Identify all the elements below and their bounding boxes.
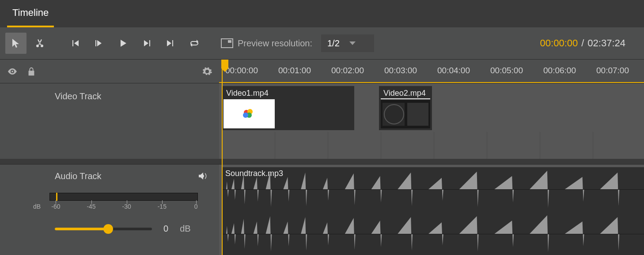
- meter-tick: -30: [122, 203, 131, 210]
- eye-icon[interactable]: [6, 66, 19, 77]
- audio-track-lane[interactable]: Soundtrack.mp3: [219, 164, 644, 255]
- frame-forward-icon: [141, 38, 152, 49]
- skip-end-icon: [165, 38, 176, 49]
- ruler-mark: 00:01:00: [278, 66, 311, 75]
- audio-meter: dB -60 -45 -30 -15 0: [49, 193, 198, 201]
- ruler-mark: 00:03:00: [384, 66, 417, 75]
- timecode-current: 00:00:00: [540, 38, 578, 49]
- screen-icon: [221, 38, 233, 48]
- audio-clip[interactable]: Soundtrack.mp3: [222, 167, 644, 255]
- db-unit-label: dB: [33, 203, 41, 210]
- meter-tick: -45: [87, 203, 95, 210]
- tracks-header: [0, 59, 219, 83]
- go-start-button[interactable]: [64, 33, 86, 54]
- clip-title: Video1.mp4: [222, 86, 354, 101]
- svg-rect-5: [383, 103, 405, 126]
- loop-icon: [189, 38, 200, 49]
- cursor-icon: [11, 38, 21, 49]
- select-tool-button[interactable]: [5, 33, 27, 54]
- clip-thumbnail: [381, 100, 430, 128]
- meter-tick: -15: [158, 203, 167, 210]
- ruler-mark: 00:06:00: [543, 66, 576, 75]
- preview-resolution-text: Preview resolution:: [238, 38, 312, 49]
- gear-icon[interactable]: [201, 66, 213, 77]
- timecode-separator: /: [581, 38, 584, 49]
- meter-tick: 0: [194, 203, 198, 210]
- volume-value: 0: [163, 224, 168, 234]
- go-end-button[interactable]: [160, 33, 181, 54]
- cut-tool-button[interactable]: [29, 33, 50, 54]
- play-icon: [117, 38, 128, 49]
- step-forward-button[interactable]: [136, 33, 157, 54]
- video-track-header[interactable]: Video Track: [0, 83, 219, 159]
- svg-point-3: [243, 112, 248, 118]
- playhead-handle[interactable]: [221, 59, 228, 68]
- clip-title: Soundtrack.mp3: [225, 169, 283, 178]
- meter-tick: -60: [51, 203, 60, 210]
- ruler-mark: 00:07:00: [596, 66, 629, 75]
- ruler-mark: 00:00:00: [225, 66, 258, 75]
- preview-resolution-dropdown[interactable]: 1/2: [321, 34, 374, 52]
- skip-start-icon: [70, 38, 80, 49]
- loop-button[interactable]: [184, 33, 205, 54]
- waveform: [222, 168, 644, 210]
- preview-resolution-label: Preview resolution:: [221, 38, 312, 49]
- preview-resolution-value: 1/2: [327, 38, 340, 49]
- playhead-line[interactable]: [222, 60, 223, 83]
- toolbar: Preview resolution: 1/2 00:00:00 / 02:37…: [0, 27, 644, 59]
- timecode-total: 02:37:24: [587, 38, 625, 49]
- tab-label: Timeline: [12, 7, 49, 19]
- ruler-mark: 00:02:00: [331, 66, 364, 75]
- frame-back-icon: [94, 38, 104, 49]
- svg-rect-7: [407, 103, 428, 126]
- timecode: 00:00:00 / 02:37:24: [540, 38, 639, 49]
- video-track-lane[interactable]: Video1.mp4 Video2.mp4: [219, 83, 644, 159]
- scissors-icon: [34, 38, 45, 49]
- ruler-mark: 00:05:00: [490, 66, 523, 75]
- video-track-label: Video Track: [11, 91, 208, 101]
- audio-track-header[interactable]: Audio Track dB -60 -45 -30 -15 0 0 dB: [0, 164, 219, 255]
- step-back-button[interactable]: [88, 33, 110, 54]
- waveform: [222, 213, 644, 255]
- volume-slider[interactable]: [55, 228, 152, 230]
- speaker-icon[interactable]: [196, 171, 208, 181]
- volume-unit: dB: [180, 224, 190, 234]
- lane-grid: [219, 132, 644, 159]
- slider-knob[interactable]: [103, 224, 113, 234]
- chevron-down-icon: [349, 41, 356, 45]
- play-button[interactable]: [112, 33, 133, 54]
- time-ruler[interactable]: 00:00:00 00:01:00 00:02:00 00:03:00 00:0…: [219, 59, 644, 83]
- meter-peak-indicator: [56, 193, 57, 201]
- lock-icon[interactable]: [27, 66, 36, 77]
- clip-thumbnail: [224, 99, 275, 128]
- tab-timeline[interactable]: Timeline: [7, 0, 54, 27]
- video-clip[interactable]: Video2.mp4: [379, 86, 432, 130]
- audio-track-label: Audio Track: [11, 171, 102, 181]
- ruler-mark: 00:04:00: [437, 66, 470, 75]
- tab-bar: Timeline: [0, 0, 644, 27]
- video-clip[interactable]: Video1.mp4: [222, 86, 354, 130]
